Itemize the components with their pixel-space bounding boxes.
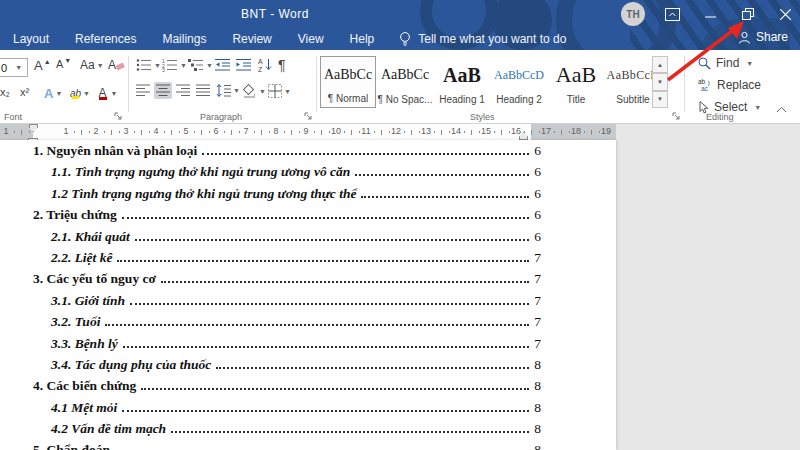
gallery-down-button[interactable]: ▼ — [652, 73, 668, 90]
styles-dialog-launcher[interactable] — [672, 112, 682, 122]
align-right-icon — [176, 84, 190, 97]
style-chip-normal[interactable]: AaBbCc¶ Normal — [320, 56, 376, 108]
toc-row[interactable]: 3.3. Bệnh lý7 — [0, 336, 541, 357]
close-button[interactable] — [768, 0, 800, 28]
text-effects-button[interactable]: A▼ — [44, 86, 62, 101]
multilevel-list-icon — [188, 58, 204, 72]
toc-entry-text: 2.1. Khái quát — [51, 229, 130, 245]
style-sample: AaBbCcD — [494, 56, 544, 94]
style-chip-h2[interactable]: AaBbCcDHeading 2 — [491, 56, 547, 108]
ruler-number: 6 — [213, 126, 218, 136]
align-left-button[interactable] — [136, 84, 150, 97]
ruler-number: 8 — [273, 126, 278, 136]
paragraph-dialog-launcher[interactable] — [304, 112, 314, 122]
font-color-button[interactable]: A ▼ — [98, 84, 116, 102]
borders-button[interactable]: ▼ — [268, 84, 291, 98]
toc-row[interactable]: 4.1 Mệt mỏi8 — [0, 400, 541, 421]
style-chip-nospac[interactable]: AaBbCc¶ No Spac... — [377, 56, 433, 108]
styles-gallery-scroll: ▲ ▼ ▼ — [652, 56, 668, 108]
borders-grid-icon — [268, 84, 282, 98]
search-icon — [698, 57, 711, 70]
dot-leader — [105, 324, 529, 326]
numbering-button[interactable]: 123▼ — [162, 58, 187, 72]
toc-row[interactable]: 2.1. Khái quát6 — [0, 229, 541, 250]
restore-button[interactable] — [731, 0, 765, 28]
toc-row[interactable]: 3.2. Tuổi7 — [0, 314, 541, 335]
toc-row[interactable]: 2.2. Liệt kê7 — [0, 250, 541, 271]
toc-row[interactable]: 2. Triệu chứng6 — [0, 207, 541, 228]
ruler-number: 18 — [571, 126, 581, 136]
toc-page-number: 8 — [534, 357, 541, 373]
toc-row[interactable]: 1.2 Tình trạng ngưng thở khi ngủ trung ư… — [0, 186, 541, 207]
tab-help[interactable]: Help — [337, 29, 388, 49]
align-right-button[interactable] — [176, 84, 190, 97]
clear-formatting-button[interactable]: A — [108, 58, 125, 72]
find-button[interactable]: Find ▼ — [698, 56, 753, 70]
eraser-icon — [116, 61, 125, 70]
justify-button[interactable] — [196, 84, 210, 97]
document-page[interactable]: 1. Nguyên nhân và phân loại61.1. Tình tr… — [0, 140, 616, 450]
gallery-more-button[interactable]: ▼ — [652, 91, 668, 108]
tab-layout[interactable]: Layout — [0, 29, 62, 49]
toc-row[interactable]: 3. Các yếu tố nguy cơ7 — [0, 271, 541, 292]
shrink-font-button[interactable]: A▼ — [56, 58, 71, 70]
align-center-button[interactable] — [154, 82, 172, 99]
style-name: Subtitle — [616, 94, 649, 105]
chevron-down-icon: ▼ — [746, 60, 753, 67]
restore-icon — [742, 8, 754, 20]
font-size-value: 0 — [1, 62, 7, 74]
ruler-number: 13 — [421, 126, 431, 136]
style-chip-h1[interactable]: AaBHeading 1 — [434, 56, 490, 108]
horizontal-ruler[interactable]: 123456789101112131415161718191 — [0, 124, 616, 140]
user-avatar[interactable]: TH — [621, 2, 645, 26]
subscript-button[interactable]: x₂ — [0, 86, 10, 98]
chevron-down-icon: ▼ — [15, 64, 22, 71]
toc-row[interactable]: 5. Chẩn đoán8 — [0, 442, 541, 450]
toc-row[interactable]: 4.2 Vấn đề tim mạch8 — [0, 421, 541, 442]
tab-mailings[interactable]: Mailings — [149, 29, 219, 49]
tab-references[interactable]: References — [62, 29, 149, 49]
ribbon-display-options-button[interactable] — [655, 0, 689, 28]
highlight-button[interactable]: ab ▼ — [70, 84, 90, 102]
line-spacing-button[interactable]: ▼ — [216, 84, 240, 97]
style-name: ¶ Normal — [328, 93, 368, 104]
change-case-button[interactable]: Aa▼ — [80, 58, 104, 72]
svg-text:ab: ab — [698, 78, 706, 85]
bullets-button[interactable]: ▼ — [136, 58, 161, 72]
toc-row[interactable]: 3.4. Tác dụng phụ của thuốc8 — [0, 357, 541, 378]
sort-button[interactable]: AZ — [258, 57, 272, 72]
table-of-contents: 1. Nguyên nhân và phân loại61.1. Tình tr… — [0, 143, 616, 450]
show-hide-pilcrow-button[interactable]: ¶ — [278, 57, 286, 73]
chevron-down-icon: ▼ — [754, 104, 761, 111]
toc-row[interactable]: 4. Các biến chứng8 — [0, 378, 541, 399]
style-name: Title — [567, 94, 586, 105]
toc-row[interactable]: 1.1. Tình trạng ngưng thở khi ngủ trung … — [0, 164, 541, 185]
multilevel-list-button[interactable]: ▼ — [188, 58, 213, 72]
share-button[interactable]: Share — [738, 30, 788, 44]
collapse-ribbon-button[interactable] — [776, 106, 787, 113]
style-chip-title[interactable]: AaBTitle — [548, 56, 604, 108]
share-label: Share — [756, 30, 788, 44]
dot-leader — [202, 153, 529, 155]
tell-me-box[interactable]: Tell me what you want to do — [399, 31, 566, 47]
font-size-input[interactable]: 0 ▼ — [0, 58, 28, 77]
dot-leader — [171, 431, 529, 433]
minimize-button[interactable] — [693, 0, 727, 28]
tab-review[interactable]: Review — [219, 29, 284, 49]
superscript-button[interactable]: x² — [20, 86, 29, 98]
replace-button[interactable]: abac Replace — [698, 78, 761, 92]
shading-button[interactable]: ▼ — [242, 84, 266, 98]
paint-bucket-icon — [242, 84, 257, 98]
ruler-number: 2 — [93, 126, 98, 136]
increase-indent-button[interactable] — [236, 58, 251, 72]
style-sample: AaB — [556, 56, 596, 94]
toc-row[interactable]: 3.1. Giới tính7 — [0, 293, 541, 314]
tab-view[interactable]: View — [285, 29, 337, 49]
toc-row[interactable]: 1. Nguyên nhân và phân loại6 — [0, 143, 541, 164]
grow-font-button[interactable]: A▲ — [34, 58, 51, 73]
font-dialog-launcher[interactable] — [114, 112, 124, 122]
decrease-indent-button[interactable] — [215, 58, 230, 72]
line-spacing-icon — [216, 84, 231, 97]
toc-page-number: 6 — [534, 143, 541, 159]
gallery-up-button[interactable]: ▲ — [652, 56, 668, 73]
